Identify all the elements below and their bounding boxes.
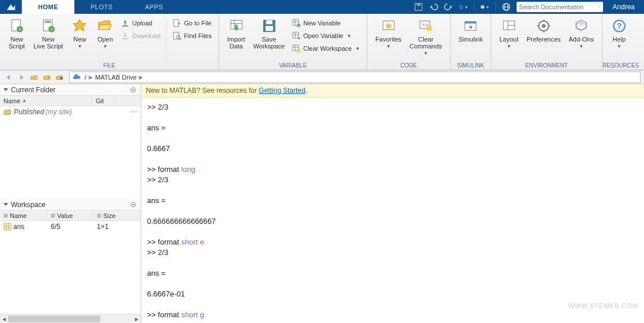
tab-apps[interactable]: APPS xyxy=(129,0,179,14)
current-folder-body[interactable]: Published (my site) ⋯ xyxy=(0,106,141,199)
address-bar[interactable]: / ▶ MATLAB Drive ▶ xyxy=(69,72,641,83)
clear-commands-button[interactable]: >> Clear Commands ▼ xyxy=(406,16,445,56)
folder-row[interactable]: Published (my site) ⋯ xyxy=(0,106,141,118)
simulink-button[interactable]: Simulink xyxy=(455,16,487,43)
app-logo[interactable] xyxy=(0,0,22,14)
save-workspace-icon xyxy=(262,18,277,33)
workspace-row[interactable]: ans 6/5 1×1 xyxy=(0,221,141,232)
wscol-size[interactable]: Size xyxy=(93,211,141,220)
wscol-name[interactable]: Name xyxy=(0,211,47,220)
svg-marker-67 xyxy=(577,20,586,25)
current-folder-header[interactable]: Current Folder xyxy=(0,84,141,96)
help-icon[interactable]: ?▼ xyxy=(480,2,489,12)
svg-marker-3 xyxy=(430,5,432,9)
chevron-down-icon: ▼ xyxy=(77,44,82,49)
group-variable: Import Data Save Workspace + New Variabl… xyxy=(219,14,367,70)
globe-icon[interactable] xyxy=(502,2,511,12)
svg-point-104 xyxy=(99,214,100,215)
command-line xyxy=(147,206,638,216)
upload-button[interactable]: Upload xyxy=(118,17,163,29)
clear-workspace-button[interactable]: Clear Workspace ▼ xyxy=(289,43,362,54)
group-environment: Layout ▼ Preferences Add-Ons ▼ ENVIRONME… xyxy=(491,14,602,70)
upload-icon xyxy=(120,18,130,28)
getting-started-link[interactable]: Getting Started xyxy=(259,87,306,95)
more-icon[interactable]: ⋯ xyxy=(130,108,137,116)
chevron-down-icon: ▼ xyxy=(423,51,428,56)
simulink-icon xyxy=(463,18,478,33)
find-files-button[interactable]: Find Files xyxy=(170,30,214,42)
nav-back-button[interactable] xyxy=(3,72,14,82)
command-line: 0.6667 xyxy=(147,144,638,154)
tab-plots[interactable]: PLOTS xyxy=(74,0,129,14)
nav-browse-button[interactable] xyxy=(42,72,52,82)
wscol-value[interactable]: Value xyxy=(47,211,93,220)
chevron-right-icon: ▶ xyxy=(88,74,94,80)
preferences-button[interactable]: Preferences xyxy=(523,16,564,43)
left-hscrollbar[interactable]: ◀ ▶ xyxy=(0,314,141,323)
workspace-header[interactable]: Workspace xyxy=(0,199,141,211)
save-icon[interactable] xyxy=(414,2,423,12)
chevron-down-icon: ▼ xyxy=(507,44,511,49)
main-area: Current Folder Name ▲ Git Published (my … xyxy=(0,84,644,323)
svg-point-91 xyxy=(6,216,7,217)
new-variable-button[interactable]: + New Variable xyxy=(289,17,362,29)
help-button[interactable]: ? Help ▼ xyxy=(607,16,631,49)
search-docs-input[interactable] xyxy=(519,3,598,10)
nav-forward-button[interactable] xyxy=(16,72,27,82)
command-window[interactable]: >> 2/3 ans = 0.6667 >> format long>> 2/3… xyxy=(141,97,644,323)
goto-file-button[interactable]: Go to File xyxy=(170,17,214,29)
layout-button[interactable]: Layout ▼ xyxy=(496,16,522,49)
save-workspace-button[interactable]: Save Workspace xyxy=(250,16,288,50)
search-docs[interactable] xyxy=(517,2,603,12)
open-variable-button[interactable]: Open Variable ▼ xyxy=(289,30,362,42)
scroll-left-icon[interactable]: ◀ xyxy=(0,314,8,323)
open-variable-icon xyxy=(292,31,301,40)
redo-icon[interactable] xyxy=(444,2,453,12)
addons-button[interactable]: Add-Ons ▼ xyxy=(566,16,597,49)
search-icon xyxy=(598,3,601,10)
svg-text:+: + xyxy=(297,24,300,27)
favorites-button[interactable]: Favorites ▼ xyxy=(372,16,405,49)
left-column: Current Folder Name ▲ Git Published (my … xyxy=(0,84,141,323)
nav-up-button[interactable] xyxy=(29,72,39,82)
nav-history-button[interactable] xyxy=(54,72,65,82)
svg-text:+: + xyxy=(50,26,53,32)
svg-marker-23 xyxy=(123,33,127,37)
undo-icon[interactable] xyxy=(429,2,438,12)
command-line xyxy=(147,279,638,289)
col-name[interactable]: Name ▲ xyxy=(0,96,92,106)
panel-menu-icon[interactable] xyxy=(129,201,137,209)
new-variable-icon: + xyxy=(292,18,301,28)
path-segment[interactable]: MATLAB Drive xyxy=(94,74,138,81)
col-git[interactable]: Git xyxy=(92,96,115,106)
scroll-right-icon[interactable]: ▶ xyxy=(133,314,141,323)
import-data-icon xyxy=(229,18,244,33)
new-script-button[interactable]: + New Script xyxy=(5,16,29,50)
username-label[interactable]: Andrea xyxy=(609,3,638,11)
svg-text:?: ? xyxy=(482,5,484,9)
new-button[interactable]: New ▼ xyxy=(67,16,92,49)
command-line xyxy=(147,258,638,268)
svg-marker-22 xyxy=(123,20,127,25)
svg-point-94 xyxy=(52,214,54,215)
scroll-thumb[interactable] xyxy=(8,316,100,322)
open-button[interactable]: Open ▼ xyxy=(93,16,117,49)
svg-point-95 xyxy=(54,214,55,215)
svg-point-83 xyxy=(4,214,5,215)
copy-icon[interactable]: ▼ xyxy=(459,2,468,12)
new-live-script-button[interactable]: + New Live Script xyxy=(30,16,66,50)
svg-point-93 xyxy=(51,214,52,215)
svg-rect-18 xyxy=(44,21,51,22)
svg-text:+: + xyxy=(18,26,22,32)
svg-point-84 xyxy=(5,214,6,215)
tab-home[interactable]: HOME xyxy=(22,0,74,14)
import-data-button[interactable]: Import Data xyxy=(224,16,248,50)
workspace-body[interactable]: ans 6/5 1×1 xyxy=(0,221,141,314)
svg-marker-4 xyxy=(450,5,452,9)
new-script-icon: + xyxy=(9,18,24,33)
command-line xyxy=(147,112,638,123)
svg-rect-112 xyxy=(4,223,11,230)
panel-menu-icon[interactable] xyxy=(129,86,137,94)
command-line: 0.666666666666667 xyxy=(147,216,638,227)
open-icon xyxy=(97,18,112,33)
